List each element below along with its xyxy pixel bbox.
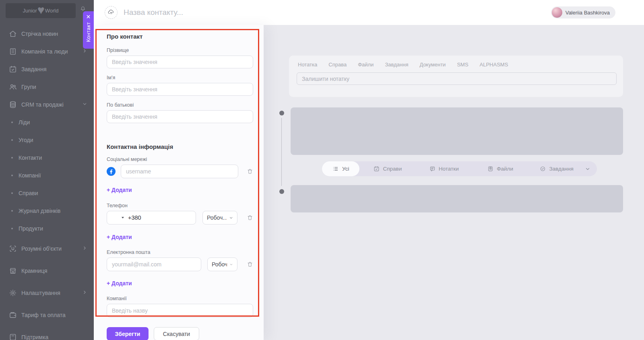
phone-number-field[interactable] xyxy=(128,214,176,221)
sidebar-subitem-leads[interactable]: Ліди xyxy=(0,113,94,131)
sidebar-subitem-call-log[interactable]: Журнал дзвінків xyxy=(0,202,94,220)
sidebar-item-settings[interactable]: Налаштування xyxy=(0,282,94,304)
middlename-input[interactable] xyxy=(107,110,253,123)
activity-placeholder-block xyxy=(291,185,623,212)
sidebar-subitem-contacts[interactable]: Контакти xyxy=(0,149,94,167)
email-input[interactable] xyxy=(107,258,201,271)
users-icon xyxy=(9,83,17,91)
sidebar-item-billing[interactable]: Тариф та оплата xyxy=(0,304,94,326)
user-avatar xyxy=(552,7,562,18)
composer-tabs: Нотатка Справа Файли Завдання Документи … xyxy=(298,62,508,68)
lastname-label: Прізвище xyxy=(107,47,253,54)
tab-task: Завдання xyxy=(385,62,408,68)
home-icon xyxy=(9,30,17,38)
gear-icon xyxy=(9,289,17,297)
tab-note: Нотатка xyxy=(298,62,317,68)
contact-name-input[interactable] xyxy=(124,0,373,25)
activity-placeholder-block xyxy=(291,107,623,155)
storefront-icon xyxy=(9,267,17,275)
middlename-label: По батькові xyxy=(107,102,253,108)
sidebar-nav: Стрічка новин Компанія та люди Завдання … xyxy=(0,25,94,340)
cancel-button[interactable]: Скасувати xyxy=(154,327,199,340)
add-phone-link[interactable]: + Додати xyxy=(107,234,132,240)
scan-object-icon xyxy=(9,245,17,253)
tab-alphasms: ALPHASMS xyxy=(480,62,508,68)
contact-panel-tab[interactable]: Контакт xyxy=(83,11,94,49)
filter-tasks: Завдання xyxy=(528,166,585,172)
filter-files: Файли xyxy=(472,166,528,172)
bullet-dot xyxy=(11,210,13,212)
firstname-input[interactable] xyxy=(107,83,253,96)
filter-all: Усі xyxy=(322,161,359,176)
social-username-input[interactable] xyxy=(121,165,238,178)
delete-social-trash-icon[interactable] xyxy=(247,168,253,175)
bullet-dot xyxy=(11,192,13,194)
building-icon xyxy=(9,47,17,56)
section-title-about: Про контакт xyxy=(107,33,253,40)
chevron-down-icon xyxy=(585,166,597,172)
chevron-down-icon xyxy=(229,262,233,267)
headset-icon xyxy=(9,333,17,340)
contact-form-panel: Про контакт Прізвище Ім'я По батькові Ко… xyxy=(94,25,264,340)
facebook-icon[interactable] xyxy=(107,167,116,176)
timeline-dot xyxy=(279,111,284,115)
activity-filter-bar: Усі Справи Нотатки Файли Завдання xyxy=(322,161,597,176)
database-icon xyxy=(9,101,17,109)
bullet-dot xyxy=(11,139,13,141)
sidebar-item-tasks[interactable]: Завдання xyxy=(0,60,94,78)
note-bubble-icon xyxy=(429,166,436,172)
sidebar-item-smart-objects[interactable]: Розумні об'єкти xyxy=(0,237,94,260)
delete-email-trash-icon[interactable] xyxy=(247,261,253,268)
timeline-line xyxy=(281,118,282,186)
section-title-contact-info: Контактна інформація xyxy=(107,143,253,150)
sidebar-item-company-people[interactable]: Компанія та люди xyxy=(0,43,94,60)
flag-caret-icon xyxy=(122,217,124,218)
sidebar-subitem-products[interactable]: Продукти xyxy=(0,220,94,237)
delete-phone-trash-icon[interactable] xyxy=(247,214,253,221)
cloud-upload-icon xyxy=(107,9,115,16)
timeline-dot xyxy=(279,189,284,194)
add-social-link[interactable]: + Додати xyxy=(107,187,132,193)
sidebar-subitem-deals[interactable]: Угоди xyxy=(0,131,94,149)
check-circle-icon xyxy=(540,166,546,172)
phone-type-select[interactable]: Робоч... xyxy=(202,211,237,225)
wallet-icon xyxy=(9,311,17,319)
avatar-upload-button[interactable] xyxy=(105,6,118,19)
sidebar-subitem-cases[interactable]: Справи xyxy=(0,184,94,202)
bullet-dot xyxy=(11,175,13,176)
companies-input[interactable] xyxy=(107,304,253,317)
lastname-input[interactable] xyxy=(107,56,253,68)
sidebar-item-crm-sales[interactable]: CRM та продажі xyxy=(0,96,94,113)
chevron-right-icon xyxy=(82,48,87,55)
bullet-dot xyxy=(11,228,13,229)
save-button[interactable]: Зберегти xyxy=(107,327,149,340)
phone-input[interactable] xyxy=(107,211,196,225)
logo-text-left: Junior xyxy=(23,8,37,14)
email-type-select[interactable]: Робоча xyxy=(207,258,237,271)
activity-composer-card: Нотатка Справа Файли Завдання Документи … xyxy=(289,56,623,97)
bullet-dot xyxy=(11,122,13,123)
sidebar-item-shop[interactable]: Крамниця xyxy=(0,260,94,282)
heart-logo-icon: ♥ xyxy=(37,4,45,16)
sidebar-item-news-feed[interactable]: Стрічка новин xyxy=(0,25,94,43)
sidebar-subitem-companies[interactable]: Компанії xyxy=(0,167,94,184)
close-icon[interactable] xyxy=(86,14,91,19)
sidebar-item-groups[interactable]: Групи xyxy=(0,78,94,96)
filter-cases: Справи xyxy=(359,166,416,172)
chevron-down-icon xyxy=(229,216,233,220)
user-menu[interactable]: Valeriia Bashkirova xyxy=(551,6,615,19)
app-logo[interactable]: Junior ♥ World xyxy=(6,3,76,18)
firstname-label: Ім'я xyxy=(107,75,253,81)
sidebar-item-support[interactable]: Підтримка xyxy=(0,326,94,340)
add-email-link[interactable]: + Додати xyxy=(107,280,132,286)
note-input xyxy=(297,72,617,85)
user-name: Valeriia Bashkirova xyxy=(566,10,610,16)
tab-files: Файли xyxy=(358,62,374,68)
tab-sms: SMS xyxy=(457,62,468,68)
paperclip-file-icon xyxy=(487,166,493,172)
contact-activity-area: Нотатка Справа Файли Завдання Документи … xyxy=(264,25,644,340)
filter-notes: Нотатки xyxy=(416,166,472,172)
logo-text-right: World xyxy=(45,8,59,14)
ukraine-flag-icon[interactable] xyxy=(111,215,120,220)
sidebar: Junior ♥ World Стрічка новин Компанія та… xyxy=(0,0,94,340)
